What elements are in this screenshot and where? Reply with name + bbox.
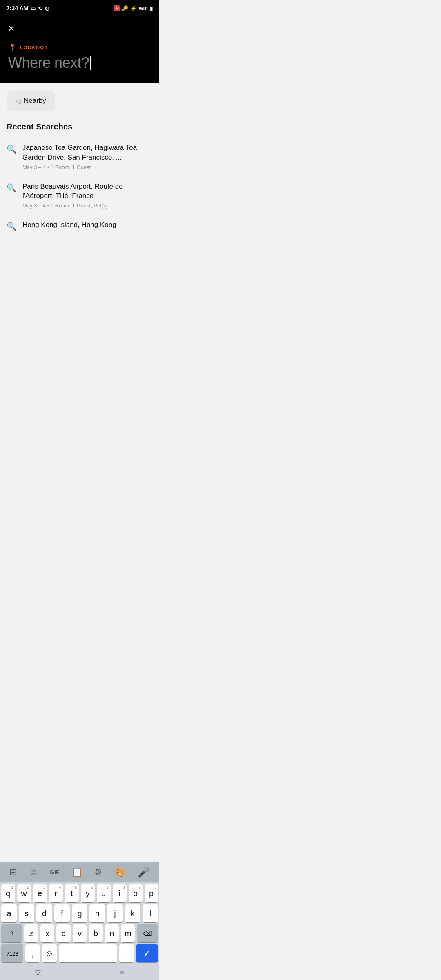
- battery-icon: ▮: [150, 5, 153, 11]
- search-item-2-meta: May 3 – 4 • 1 Room, 1 Guest, Pet(s): [22, 203, 153, 209]
- key-symbols[interactable]: ?123: [1, 944, 23, 962]
- nearby-button[interactable]: ◁ Nearby: [7, 91, 55, 111]
- nearby-label: Nearby: [24, 97, 46, 105]
- keyboard-theme-icon[interactable]: 🎨: [111, 865, 129, 879]
- keyboard: ⊞ ☺ GIF 📋 ⚙ 🎨 🎤 1q 2w 3e 4r 5t 6y 7u 8i …: [0, 862, 159, 980]
- key-m[interactable]: m: [121, 924, 135, 942]
- key-l[interactable]: l: [143, 904, 158, 922]
- key-s[interactable]: s: [19, 904, 34, 922]
- key-r[interactable]: 4r: [49, 884, 63, 902]
- recent-search-item-1[interactable]: 🔍 Japanese Tea Garden, Hagiwara Tea Gard…: [7, 139, 153, 178]
- content-area: ◁ Nearby Recent Searches 🔍 Japanese Tea …: [0, 83, 159, 238]
- navigation-icon: ◁: [16, 97, 20, 105]
- keyboard-clipboard-icon[interactable]: 📋: [68, 865, 86, 879]
- nav-bar: ▽ □ ≡: [0, 965, 159, 980]
- text-cursor: [90, 56, 91, 70]
- key-k[interactable]: k: [125, 904, 140, 922]
- key-emoji[interactable]: ☺: [42, 944, 57, 962]
- key-o[interactable]: 9o: [129, 884, 143, 902]
- g-icon: G: [45, 5, 50, 12]
- keyboard-toolbar: ⊞ ☺ GIF 📋 ⚙ 🎨 🎤: [0, 862, 159, 882]
- key-row-4: ?123 , ☺ . ✓: [1, 944, 158, 962]
- key-shift[interactable]: ⇧: [1, 924, 22, 942]
- search-icon-2: 🔍: [7, 183, 17, 193]
- recent-search-item-2[interactable]: 🔍 Paris Beauvais Airport, Route de l'Aér…: [7, 178, 153, 216]
- recent-searches-section: Recent Searches 🔍 Japanese Tea Garden, H…: [7, 122, 153, 238]
- key-w[interactable]: 2w: [17, 884, 31, 902]
- key-row-3: ⇧ z x c v b n m ⌫: [1, 924, 158, 942]
- key-c[interactable]: c: [56, 924, 70, 942]
- screen-icon: ⟲: [38, 5, 42, 11]
- key-backspace[interactable]: ⌫: [137, 924, 158, 942]
- record-icon: ●: [114, 5, 120, 11]
- status-time: 7:24 AM: [7, 5, 28, 11]
- key-j[interactable]: j: [107, 904, 122, 922]
- search-icon-3: 🔍: [7, 221, 17, 231]
- key-q[interactable]: 1q: [1, 884, 15, 902]
- key-f[interactable]: f: [54, 904, 70, 922]
- key-y[interactable]: 6y: [81, 884, 95, 902]
- key-z[interactable]: z: [24, 924, 38, 942]
- location-pin-icon: 📍: [8, 43, 17, 51]
- video-icon: ▭: [31, 5, 36, 11]
- key-i[interactable]: 8i: [113, 884, 127, 902]
- key-e[interactable]: 3e: [33, 884, 47, 902]
- key-p[interactable]: 0p: [145, 884, 158, 902]
- search-item-2-name: Paris Beauvais Airport, Route de l'Aérop…: [22, 182, 153, 201]
- key-g[interactable]: g: [72, 904, 87, 922]
- key-period[interactable]: .: [119, 944, 134, 962]
- key-t[interactable]: 5t: [65, 884, 79, 902]
- key-n[interactable]: n: [105, 924, 119, 942]
- status-bar: 7:24 AM ▭ ⟲ G ● 🔑 ⚡ wifi ▮: [0, 0, 159, 16]
- wifi-icon: wifi: [139, 5, 148, 11]
- key-u[interactable]: 7u: [97, 884, 111, 902]
- key-b[interactable]: b: [89, 924, 102, 942]
- close-button[interactable]: ×: [8, 21, 14, 35]
- nav-home-button[interactable]: □: [78, 969, 82, 977]
- keyboard-mic-button[interactable]: 🎤: [134, 865, 153, 880]
- key-icon: 🔑: [122, 5, 128, 11]
- location-label: 📍 LOCATION: [8, 43, 151, 51]
- search-placeholder: Where next?: [8, 54, 89, 71]
- keyboard-sticker-icon[interactable]: ☺: [25, 865, 41, 879]
- key-rows: 1q 2w 3e 4r 5t 6y 7u 8i 9o 0p a s d f g …: [0, 882, 159, 965]
- search-item-1-meta: May 3 – 4 • 1 Room, 1 Guest: [22, 164, 153, 170]
- keyboard-settings-icon[interactable]: ⚙: [91, 865, 106, 879]
- key-comma[interactable]: ,: [25, 944, 40, 962]
- key-h[interactable]: h: [89, 904, 105, 922]
- search-icon-1: 🔍: [7, 144, 17, 154]
- bluetooth-icon: ⚡: [130, 5, 137, 11]
- key-d[interactable]: d: [36, 904, 52, 922]
- search-item-1-name: Japanese Tea Garden, Hagiwara Tea Garden…: [22, 143, 153, 163]
- nav-recents-button[interactable]: ≡: [120, 969, 125, 977]
- keyboard-grid-icon[interactable]: ⊞: [6, 865, 20, 879]
- key-x[interactable]: x: [40, 924, 54, 942]
- key-row-2: a s d f g h j k l: [1, 904, 158, 922]
- search-header: × 📍 LOCATION Where next?: [0, 16, 159, 83]
- search-item-3-name: Hong Kong Island, Hong Kong: [22, 220, 153, 230]
- nav-back-button[interactable]: ▽: [35, 968, 41, 977]
- key-row-1: 1q 2w 3e 4r 5t 6y 7u 8i 9o 0p: [1, 884, 158, 902]
- key-v[interactable]: v: [73, 924, 87, 942]
- key-a[interactable]: a: [1, 904, 17, 922]
- recent-search-item-3[interactable]: 🔍 Hong Kong Island, Hong Kong: [7, 216, 153, 238]
- search-field[interactable]: Where next?: [8, 54, 151, 71]
- key-enter[interactable]: ✓: [136, 944, 158, 962]
- key-space[interactable]: [59, 944, 118, 962]
- keyboard-gif-button[interactable]: GIF: [47, 867, 62, 877]
- recent-searches-title: Recent Searches: [7, 122, 153, 131]
